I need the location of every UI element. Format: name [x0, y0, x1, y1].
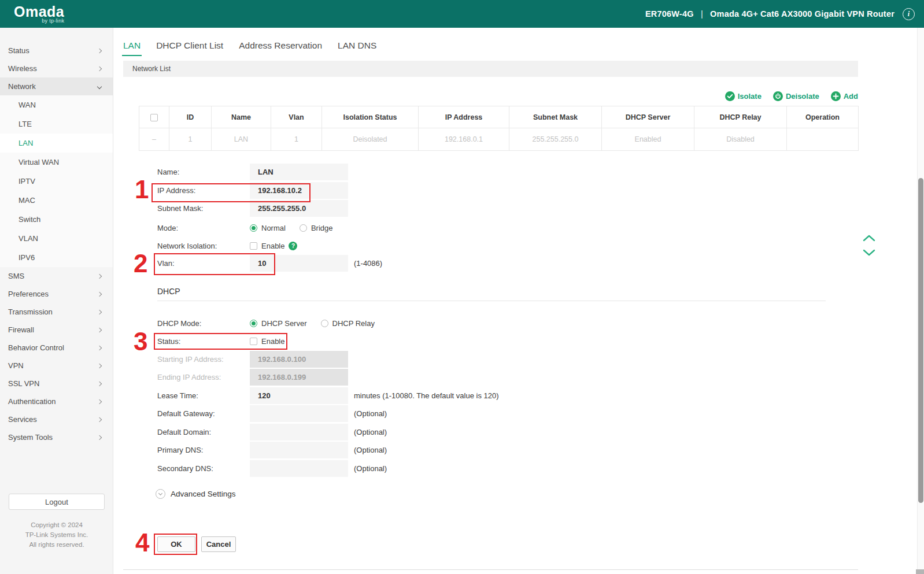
sidebar-item-lan[interactable]: LAN [0, 134, 113, 153]
info-icon[interactable]: i [903, 8, 915, 20]
secondary-dns-field[interactable] [250, 460, 348, 477]
network-isolation-checkbox[interactable] [250, 242, 257, 250]
default-gateway-label: Default Gateway: [157, 409, 250, 418]
cancel-button[interactable]: Cancel [201, 536, 236, 552]
vlan-row: Vlan: (1-4086) [157, 255, 382, 272]
sidebar-item-label: Behavior Control [8, 343, 64, 352]
sidebar-item-label: WAN [19, 101, 36, 109]
dhcp-divider [157, 301, 826, 301]
cell-dhcp-server: Enabled [602, 128, 694, 151]
sidebar-item-status[interactable]: Status [0, 42, 113, 60]
sidebar-item-ssl-vpn[interactable]: SSL VPN [0, 375, 113, 392]
primary-dns-field[interactable] [250, 442, 348, 458]
sidebar-item-label: LTE [19, 120, 32, 128]
advanced-settings-toggle[interactable]: Advanced Settings [156, 489, 236, 499]
sidebar-item-mac[interactable]: MAC [0, 191, 113, 210]
cell-isolation-status: Deisolated [322, 128, 419, 151]
sidebar-item-system-tools[interactable]: System Tools [0, 428, 113, 446]
subnet-mask-field[interactable] [250, 200, 348, 217]
sidebar-item-behavior-control[interactable]: Behavior Control [0, 339, 113, 357]
dhcp-mode-label: DHCP Mode: [157, 319, 250, 328]
sidebar-item-network[interactable]: Network [0, 77, 113, 95]
add-button[interactable]: Add [831, 91, 858, 101]
ip-address-label: IP Address: [157, 186, 250, 195]
cell-dhcp-relay: Disabled [694, 128, 787, 151]
help-icon[interactable]: ? [289, 242, 297, 250]
ending-ip-row: Ending IP Address: [157, 369, 348, 386]
sidebar-item-virtual-wan[interactable]: Virtual WAN [0, 153, 113, 172]
sidebar-item-transmission[interactable]: Transmission [0, 303, 113, 321]
select-all-checkbox[interactable] [150, 114, 158, 121]
primary-dns-hint: (Optional) [354, 446, 387, 454]
vertical-scrollbar-track[interactable] [917, 28, 924, 574]
sidebar-item-vlan[interactable]: VLAN [0, 229, 113, 248]
default-gateway-field[interactable] [250, 405, 348, 422]
dhcp-relay-radio[interactable] [321, 320, 328, 327]
sidebar-item-authentication[interactable]: Authentication [0, 392, 113, 410]
sidebar-item-label: SSL VPN [8, 379, 39, 388]
sidebar-item-ipv6[interactable]: IPV6 [0, 248, 113, 267]
vlan-hint: (1-4086) [354, 259, 382, 268]
ending-ip-field [250, 369, 348, 386]
subnet-mask-row: Subnet Mask: [157, 200, 348, 217]
mode-normal-radio[interactable] [250, 224, 257, 232]
default-domain-hint: (Optional) [354, 428, 387, 436]
network-submenu: WAN LTE LAN Virtual WAN IPTV MAC Switch … [0, 95, 113, 267]
dhcp-status-enable-label: Enable [261, 337, 284, 346]
name-field[interactable] [250, 164, 348, 180]
col-vlan: Vlan [271, 106, 322, 128]
sidebar-item-lte[interactable]: LTE [0, 114, 113, 134]
sidebar-item-label: VLAN [19, 234, 38, 243]
col-subnet-mask: Subnet Mask [509, 106, 602, 128]
deisolate-button[interactable]: Deisolate [773, 91, 819, 101]
chevron-right-icon [97, 48, 102, 53]
isolate-button[interactable]: Isolate [725, 91, 762, 101]
ending-ip-label: Ending IP Address: [157, 373, 250, 382]
chevron-right-icon [97, 291, 102, 296]
col-dhcp-server: DHCP Server [602, 106, 694, 128]
dhcp-relay-label: DHCP Relay [332, 319, 375, 328]
sidebar-item-label: Services [8, 415, 37, 424]
starting-ip-row: Starting IP Address: [157, 351, 348, 368]
tab-address-reservation[interactable]: Address Reservation [239, 40, 322, 56]
top-header: Omada by tp-link ER706W-4G | Omada 4G+ C… [0, 0, 924, 28]
sidebar-item-vpn[interactable]: VPN [0, 357, 113, 375]
table-row[interactable]: – 1 LAN 1 Deisolated 192.168.0.1 255.255… [139, 128, 859, 151]
tab-dhcp-client-list[interactable]: DHCP Client List [156, 40, 223, 56]
ok-button[interactable]: OK [157, 536, 195, 552]
sidebar-item-switch[interactable]: Switch [0, 210, 113, 229]
tab-lan[interactable]: LAN [123, 40, 141, 56]
default-gateway-hint: (Optional) [354, 409, 387, 418]
sidebar-nav: Status Wireless Network WAN LTE LAN Virt… [0, 28, 113, 574]
col-isolation-status: Isolation Status [322, 106, 419, 128]
mode-normal-label: Normal [261, 224, 286, 232]
sidebar-item-firewall[interactable]: Firewall [0, 321, 113, 339]
mode-bridge-radio[interactable] [300, 224, 307, 232]
chevron-right-icon [97, 435, 102, 439]
vlan-field[interactable] [250, 255, 348, 272]
sidebar-item-wan[interactable]: WAN [0, 95, 113, 114]
logout-button[interactable]: Logout [9, 494, 105, 510]
vertical-scrollbar-thumb[interactable] [918, 178, 923, 503]
starting-ip-field [250, 351, 348, 368]
ip-address-field[interactable] [250, 182, 348, 199]
dhcp-server-radio[interactable] [250, 320, 257, 327]
sidebar-item-label: Status [8, 46, 29, 55]
sidebar-item-sms[interactable]: SMS [0, 267, 113, 285]
tab-lan-dns[interactable]: LAN DNS [338, 40, 376, 56]
sidebar-item-iptv[interactable]: IPTV [0, 172, 113, 191]
sidebar-item-preferences[interactable]: Preferences [0, 285, 113, 303]
cell-id: 1 [169, 128, 212, 151]
sidebar-item-label: Firewall [8, 325, 34, 334]
table-action-bar: Isolate Deisolate Add [123, 91, 858, 101]
sidebar-item-services[interactable]: Services [0, 410, 113, 428]
scroll-down-icon[interactable] [863, 249, 875, 257]
lease-time-field[interactable] [250, 387, 348, 404]
sidebar-item-label: Network [8, 82, 36, 91]
default-domain-field[interactable] [250, 424, 348, 440]
scroll-up-icon[interactable] [863, 234, 875, 242]
title-separator: | [701, 9, 703, 18]
dhcp-status-checkbox[interactable] [250, 338, 257, 345]
sidebar-item-label: IPTV [19, 177, 35, 186]
sidebar-item-wireless[interactable]: Wireless [0, 60, 113, 77]
